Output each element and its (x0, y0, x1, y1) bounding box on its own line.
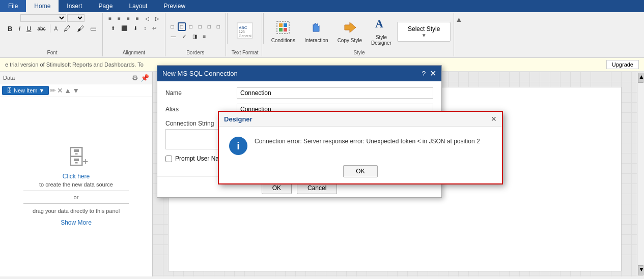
interaction-button[interactable]: Interaction (301, 16, 332, 47)
align-right-button[interactable]: ≡ (124, 14, 132, 23)
italic-button[interactable]: I (16, 23, 23, 34)
border-style-btn[interactable]: — (169, 32, 179, 41)
error-dialog-titlebar: Designer ✕ (219, 112, 502, 127)
tab-layout[interactable]: Layout (121, 0, 155, 12)
border-btn-3[interactable]: □ (187, 22, 195, 31)
indent-dec-button[interactable]: ◁ (143, 14, 152, 23)
sub-label: to create the new data source (39, 181, 113, 188)
copy-style-icon (343, 20, 357, 37)
scroll-track[interactable] (637, 84, 644, 264)
ribbon-body: B I U abc A 🖊 🖌 ▭ Font ≡ ≡ ≡ (0, 12, 644, 58)
show-more-link[interactable]: Show More (61, 219, 92, 226)
click-here-link[interactable]: Click here (63, 173, 90, 180)
left-panel-content: 🗄 + Click here to create the new data so… (0, 97, 152, 276)
valign-top-button[interactable]: ⬆ (108, 24, 118, 33)
upgrade-button[interactable]: Upgrade (606, 60, 639, 69)
border-color-button[interactable]: ▭ (88, 23, 99, 34)
svg-rect-4 (277, 21, 289, 34)
tab-insert[interactable]: Insert (59, 0, 90, 12)
indent-inc-button[interactable]: ▷ (153, 14, 162, 23)
right-scrollbar[interactable]: ▲ ▼ (637, 72, 644, 276)
style-designer-button[interactable]: A Style Designer (368, 16, 395, 47)
highlight-button[interactable]: 🖊 (61, 23, 73, 34)
border-shadow-btn[interactable]: ◨ (190, 32, 200, 41)
name-row: Name (165, 87, 433, 99)
tab-file[interactable]: File (0, 0, 26, 12)
delete-icon[interactable]: ✕ (57, 86, 63, 95)
font-color-button[interactable]: A (52, 24, 61, 33)
sep-textformat (263, 13, 264, 44)
new-item-button[interactable]: 🗄 New Item ▼ (2, 86, 49, 95)
left-panel-toolbar: 🗄 New Item ▼ ✏ ✕ ▲ ▼ (0, 84, 152, 97)
svg-rect-6 (284, 23, 287, 27)
border-btn-1[interactable]: □ (169, 22, 177, 31)
prompt-checkbox[interactable] (165, 156, 172, 162)
interaction-icon (309, 20, 323, 37)
conditions-label: Conditions (271, 38, 295, 43)
ribbon-collapse[interactable]: ▲ (454, 13, 463, 56)
font-row-2: B I U abc A 🖊 🖌 ▭ (5, 23, 99, 34)
select-style-button[interactable]: Select Style ▼ (397, 22, 451, 42)
tab-page[interactable]: Page (90, 0, 121, 12)
select-style-label: Select Style (408, 25, 440, 33)
edit-icon[interactable]: ✏ (50, 86, 56, 95)
settings-icon[interactable]: ⚙ (132, 74, 138, 82)
scroll-up-btn[interactable]: ▲ (638, 73, 643, 83)
border-btn-4[interactable]: □ (196, 22, 204, 31)
tab-preview[interactable]: Preview (155, 0, 193, 12)
font-size-select[interactable] (67, 14, 85, 22)
svg-rect-5 (279, 23, 283, 27)
move-up-icon[interactable]: ▲ (64, 86, 71, 95)
text-format-btn[interactable]: ABC 123 General (233, 16, 257, 47)
align-left-button[interactable]: ≡ (106, 14, 114, 23)
sql-dialog-close-button[interactable]: ✕ (430, 69, 436, 78)
border-advanced-btn[interactable]: ≡ (201, 32, 209, 41)
border-btn-6[interactable]: □ (214, 22, 222, 31)
scroll-down-btn[interactable]: ▼ (638, 265, 643, 275)
border-btn-2[interactable]: □ (178, 22, 186, 31)
copy-style-button[interactable]: Copy Style (334, 16, 366, 47)
valign-bot-button[interactable]: ⬇ (131, 24, 140, 33)
error-message-text: Connection error: Server response error:… (255, 137, 480, 146)
conditions-icon (276, 20, 290, 37)
conditions-button[interactable]: Conditions (268, 16, 299, 47)
tab-home[interactable]: Home (26, 0, 59, 12)
style-designer-label: Style Designer (371, 35, 391, 46)
ribbon: File Home Insert Page Layout Preview B I… (0, 0, 644, 58)
ribbon-group-borders: □ □ □ □ □ □ — ✓ ◨ ≡ Borders (165, 13, 226, 56)
border-check-btn[interactable]: ✓ (180, 32, 189, 41)
svg-rect-8 (284, 28, 287, 32)
strikethrough-button[interactable]: abc (35, 24, 48, 33)
text-dir-button[interactable]: ↕ (141, 24, 149, 33)
bold-button[interactable]: B (5, 23, 15, 34)
notif-text: e trial version of Stimulsoft Reports an… (5, 61, 144, 68)
style-group-content: Conditions Interaction (268, 14, 451, 49)
font-family-select[interactable] (20, 14, 66, 22)
error-ok-button[interactable]: OK (343, 165, 377, 177)
valign-mid-button[interactable]: ⬛ (119, 24, 130, 33)
error-dialog-title-text: Designer (224, 115, 253, 123)
sql-dialog-titlebar: New MS SQL Connection ? ✕ (157, 66, 441, 81)
justify-button[interactable]: ≡ (133, 14, 142, 23)
collapse-icon[interactable]: ▲ (455, 15, 462, 23)
svg-text:General: General (239, 34, 251, 38)
error-dialog-close-button[interactable]: ✕ (491, 115, 497, 123)
db-icon-container: 🗄 + (66, 147, 87, 168)
error-dialog-footer: OK (219, 160, 502, 183)
fill-color-button[interactable]: 🖌 (74, 23, 87, 34)
alignment-group-content: ≡ ≡ ≡ ≡ ◁ ▷ ⬆ ⬛ ⬇ ↕ ↩ (106, 14, 161, 49)
left-panel-title: Data (3, 75, 15, 81)
move-down-icon[interactable]: ▼ (72, 86, 79, 95)
align-center-button[interactable]: ≡ (115, 14, 123, 23)
pin-icon[interactable]: 📌 (141, 74, 149, 82)
textformat-group-label: Text Format (232, 49, 259, 55)
or-divider (23, 191, 129, 191)
border-btn-5[interactable]: □ (205, 22, 213, 31)
name-input[interactable] (237, 87, 433, 99)
font-group-label: Font (47, 49, 58, 55)
font-row-1 (20, 14, 85, 22)
sql-dialog-help-button[interactable]: ? (422, 70, 426, 78)
underline-button[interactable]: U (24, 23, 34, 34)
wordwrap-button[interactable]: ↩ (150, 24, 159, 33)
info-i: i (237, 140, 240, 152)
